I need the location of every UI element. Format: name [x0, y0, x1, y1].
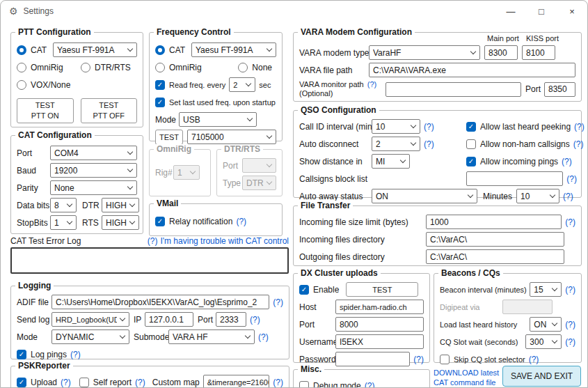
nonham-help-icon[interactable]: (?)	[573, 139, 584, 149]
sendlog-help-icon[interactable]: (?)	[250, 315, 260, 325]
save-and-exit-button[interactable]: SAVE AND EXIT	[502, 366, 581, 387]
allow-last-heard-peeking-checkbox[interactable]: ✓	[466, 122, 476, 132]
vara-monitor-port-input[interactable]: 8350	[544, 82, 575, 97]
cat-parity-select[interactable]: None	[50, 180, 137, 195]
main-port-input[interactable]: 8300	[484, 45, 518, 60]
allow-incoming-pings-checkbox[interactable]: ✓	[466, 157, 476, 166]
logmode-help-icon[interactable]: (?)	[258, 332, 269, 342]
file-size-limit-input[interactable]: 1000	[426, 215, 562, 229]
dx-username-input[interactable]: I5EKX	[335, 334, 424, 349]
dx-password-help-icon[interactable]: (?)	[413, 355, 424, 364]
cq-wait-select[interactable]: 300	[525, 334, 562, 349]
skip-cq-help-icon[interactable]: (?)	[529, 355, 539, 364]
dx-port-input[interactable]: 8000	[335, 317, 424, 332]
submode-select[interactable]: VARA HF	[168, 329, 255, 344]
cat-baud-select[interactable]: 19200	[50, 163, 137, 178]
adif-file-input[interactable]: C:\Users\Home\Dropbox\I5EKX\VarAC_log\Es…	[51, 295, 269, 309]
vara-monitor-help-icon[interactable]: (?)	[367, 80, 376, 88]
peeking-help-icon[interactable]: (?)	[574, 122, 585, 132]
callid-help-icon[interactable]: (?)	[424, 122, 434, 132]
ptt-omnirig-radio[interactable]	[17, 63, 26, 72]
cat-trouble-link[interactable]: I'm having trouble with CAT control	[160, 236, 289, 246]
download-cat-file-link[interactable]: DOWNLOAD latest CAT command file	[434, 368, 499, 388]
set-last-freq-checkbox[interactable]: ✓	[155, 98, 165, 107]
pings-help-icon[interactable]: (?)	[562, 157, 572, 166]
autodisc-help-icon[interactable]: (?)	[424, 139, 434, 149]
dx-enable-checkbox[interactable]: ✓	[299, 285, 309, 295]
cq-wait-help-icon[interactable]: (?)	[565, 337, 575, 347]
ip-input[interactable]: 127.0.0.1	[145, 312, 193, 327]
psk-selfreport-help-icon[interactable]: (?)	[135, 378, 145, 387]
chevron-down-icon	[411, 123, 416, 128]
ptt-vox-radio[interactable]	[17, 80, 26, 90]
beacon-interval-help-icon[interactable]: (?)	[565, 285, 575, 295]
cat-dtr-select[interactable]: HIGH	[102, 198, 139, 212]
cat-databits-select[interactable]: 8	[50, 198, 77, 212]
cat-rts-select[interactable]: HIGH	[102, 215, 139, 230]
freq-cat-radio[interactable]	[155, 45, 165, 55]
custommap-help-icon[interactable]: (?)	[273, 378, 283, 387]
adif-help-icon[interactable]: (?)	[273, 297, 283, 307]
psk-upload-help-icon[interactable]: (?)	[61, 378, 71, 387]
filesize-help-icon[interactable]: (?)	[565, 217, 575, 227]
callid-interval-select[interactable]: 10	[372, 119, 420, 134]
minimize-button[interactable]: —	[495, 1, 526, 22]
heard-history-select[interactable]: ON	[530, 317, 562, 332]
cat-trouble-help-icon[interactable]: (?)	[148, 236, 158, 246]
frequency-select[interactable]: 7105000	[187, 130, 276, 144]
auto-disconnect-select[interactable]: 2	[372, 137, 420, 151]
away-help-icon[interactable]: (?)	[563, 192, 573, 201]
read-freq-checkbox[interactable]: ✓	[155, 80, 165, 90]
psk-selfreport-checkbox[interactable]	[79, 378, 89, 387]
beacon-interval-select[interactable]: 15	[530, 282, 562, 297]
vara-type-select[interactable]: VaraHF	[369, 45, 480, 60]
dx-test-button[interactable]: TEST	[346, 282, 418, 297]
freq-test-button[interactable]: TEST	[155, 130, 183, 145]
maximize-button[interactable]: □	[526, 1, 557, 22]
relay-notification-checkbox[interactable]: ✓	[155, 217, 165, 226]
dx-host-input[interactable]: spider.ham-radio.ch	[335, 300, 424, 314]
ptt-rig-select[interactable]: Yaesu FT-991A	[53, 42, 137, 57]
kiss-port-input[interactable]: 8100	[522, 45, 555, 60]
ptt-cat-radio[interactable]	[17, 45, 26, 55]
set-last-freq-label: Set last used freq. upon startup	[169, 98, 276, 107]
custom-map-input[interactable]: &timerange=21600&s	[203, 375, 270, 388]
incoming-dir-input[interactable]: C:\VarAC\	[426, 232, 564, 247]
vara-path-input[interactable]: C:\VARA\VARA.exe	[369, 63, 575, 77]
show-distance-select[interactable]: MI	[372, 154, 410, 169]
skip-cq-checkbox[interactable]	[440, 355, 450, 364]
cat-stopbits-select[interactable]: 1	[50, 215, 77, 230]
away-minutes-select[interactable]: 10	[516, 189, 559, 203]
heard-history-help-icon[interactable]: (?)	[565, 320, 575, 329]
vara-monitor-input[interactable]	[386, 82, 521, 97]
log-pings-checkbox[interactable]: ✓	[17, 350, 26, 359]
debug-help-icon[interactable]: (?)	[365, 381, 375, 388]
chevron-down-icon	[246, 81, 251, 86]
debug-mode-checkbox[interactable]	[299, 381, 309, 388]
logpings-help-icon[interactable]: (?)	[70, 350, 81, 359]
freq-omnirig-radio[interactable]	[155, 63, 165, 72]
readfreq-row: ✓ Read freq. every 2 sec	[155, 77, 276, 92]
ptt-dtrrts-radio[interactable]	[81, 63, 90, 72]
relay-help-icon[interactable]: (?)	[236, 217, 246, 226]
cat-port-select[interactable]: COM4	[50, 146, 137, 160]
cat-error-log-box[interactable]	[10, 247, 289, 274]
blocklist-help-icon[interactable]: (?)	[566, 174, 577, 184]
test-ptt-on-button[interactable]: TEST PTT ON	[17, 98, 74, 123]
log-mode-select[interactable]: DYNAMIC	[51, 329, 129, 344]
sendlog-select[interactable]: HRD_Logbook(UDP)	[51, 312, 129, 327]
auto-away-select[interactable]: ON	[372, 189, 477, 203]
freq-none-radio[interactable]	[238, 63, 248, 72]
read-freq-interval-select[interactable]: 2	[229, 77, 255, 92]
close-button[interactable]: ×	[557, 1, 587, 22]
allow-nonham-checkbox[interactable]	[466, 139, 476, 149]
psk-row: ✓ Upload (?) Self report (?) Custom map …	[17, 375, 283, 388]
psk-upload-checkbox[interactable]: ✓	[17, 378, 26, 387]
freq-rig-select[interactable]: Yaesu FT-991A	[191, 42, 276, 57]
test-ptt-off-button[interactable]: TEST PTT OFF	[81, 98, 138, 123]
outgoing-dir-input[interactable]: C:\VarAC\	[426, 249, 564, 264]
blocklist-input[interactable]	[466, 171, 563, 186]
log-port-input[interactable]: 2333	[216, 312, 246, 327]
freq-mode-select[interactable]: USB	[179, 112, 257, 127]
dx-password-input[interactable]	[335, 352, 410, 366]
